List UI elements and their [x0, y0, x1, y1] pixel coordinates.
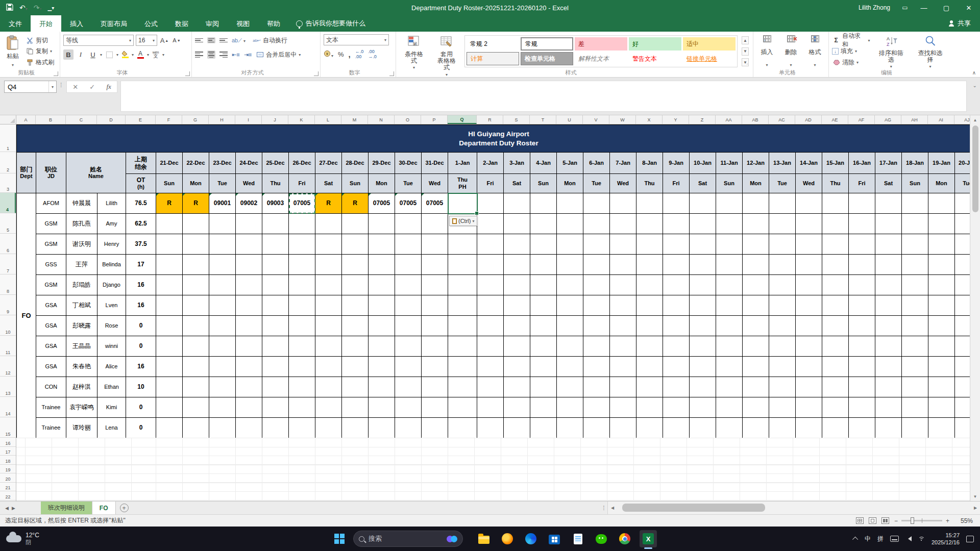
- shift-cell-Q7[interactable]: [448, 255, 477, 275]
- shift-cell-U15[interactable]: [557, 418, 583, 438]
- shift-cell-M13[interactable]: [342, 377, 369, 397]
- header-day-13-Jan[interactable]: Tue: [769, 174, 796, 193]
- shift-cell-V7[interactable]: [583, 255, 610, 275]
- shift-cell-G9[interactable]: [183, 295, 209, 316]
- zoom-slider-thumb[interactable]: [911, 517, 914, 524]
- header-date-7-Jan[interactable]: 7-Jan: [610, 153, 636, 174]
- shift-cell-N11[interactable]: [369, 336, 395, 357]
- shift-cell-J12[interactable]: [262, 357, 289, 377]
- shift-cell-G6[interactable]: [183, 234, 209, 255]
- shift-cell-AD6[interactable]: [796, 234, 822, 255]
- shift-cell-T11[interactable]: [530, 336, 557, 357]
- shift-cell-AJ13[interactable]: [955, 377, 970, 397]
- bold-button[interactable]: B: [63, 49, 74, 60]
- shift-cell-AD4[interactable]: [796, 193, 822, 214]
- name-cn-cell[interactable]: 赵梓淇: [66, 377, 97, 397]
- ribbon-tab-数据[interactable]: 数据: [166, 15, 197, 32]
- shift-cell-AD13[interactable]: [796, 377, 822, 397]
- shift-cell-O14[interactable]: [395, 397, 422, 418]
- row-header-14[interactable]: 14: [0, 397, 16, 417]
- name-cn-cell[interactable]: 彭琨皓: [66, 275, 97, 295]
- shift-cell-G10[interactable]: [183, 316, 209, 336]
- header-day-22-Dec[interactable]: Mon: [183, 174, 209, 193]
- shift-cell-H13[interactable]: [209, 377, 236, 397]
- header-day-11-Jan[interactable]: Sun: [716, 174, 743, 193]
- shift-cell-J13[interactable]: [262, 377, 289, 397]
- taskbar-clock[interactable]: 15:27 2025/12/16: [932, 532, 960, 546]
- shift-cell-Y4[interactable]: [663, 193, 690, 214]
- keyboard-icon[interactable]: [890, 536, 899, 542]
- shift-cell-J5[interactable]: [262, 214, 289, 234]
- number-dialog-launcher[interactable]: [389, 71, 394, 76]
- cell-style-适中[interactable]: 适中: [683, 37, 736, 51]
- name-en-cell[interactable]: Alice: [97, 357, 126, 377]
- cell-style-差[interactable]: 差: [575, 37, 627, 51]
- shift-cell-P4[interactable]: 07005: [422, 193, 448, 214]
- shift-cell-F4[interactable]: R: [156, 193, 183, 214]
- shift-cell-S6[interactable]: [504, 234, 530, 255]
- shift-cell-S8[interactable]: [504, 275, 530, 295]
- header-date-31-Dec[interactable]: 31-Dec: [422, 153, 448, 174]
- align-bottom-icon[interactable]: [219, 38, 228, 43]
- column-header-E[interactable]: E: [126, 115, 156, 124]
- shift-cell-AB9[interactable]: [743, 295, 769, 316]
- shift-cell-R8[interactable]: [477, 275, 504, 295]
- shift-cell-AD10[interactable]: [796, 316, 822, 336]
- shift-cell-AA13[interactable]: [716, 377, 743, 397]
- shift-cell-AB5[interactable]: [743, 214, 769, 234]
- shift-cell-I11[interactable]: [236, 336, 262, 357]
- row-header-20[interactable]: 20: [0, 473, 16, 483]
- shift-cell-P10[interactable]: [422, 316, 448, 336]
- ot-cell[interactable]: 10: [126, 377, 156, 397]
- shift-cell-Y14[interactable]: [663, 397, 690, 418]
- header-date-26-Dec[interactable]: 26-Dec: [289, 153, 315, 174]
- shift-cell-X13[interactable]: [636, 377, 663, 397]
- shift-cell-AI13[interactable]: [928, 377, 955, 397]
- column-header-W[interactable]: W: [609, 115, 636, 124]
- shift-cell-T5[interactable]: [530, 214, 557, 234]
- shift-cell-O10[interactable]: [395, 316, 422, 336]
- insert-function-icon[interactable]: fx: [106, 83, 111, 91]
- shift-cell-AJ12[interactable]: [955, 357, 970, 377]
- shift-cell-AA4[interactable]: [716, 193, 743, 214]
- shift-cell-K15[interactable]: [289, 418, 315, 438]
- cell-style-链接单元格[interactable]: 链接单元格: [683, 52, 736, 65]
- shift-cell-AD5[interactable]: [796, 214, 822, 234]
- shift-cell-J7[interactable]: [262, 255, 289, 275]
- shift-cell-AJ7[interactable]: [955, 255, 970, 275]
- shift-cell-AH12[interactable]: [902, 357, 928, 377]
- name-cn-cell[interactable]: 谢沃明: [66, 234, 97, 255]
- shift-cell-AG14[interactable]: [875, 397, 902, 418]
- header-prev-balance[interactable]: 上期结余: [126, 153, 156, 174]
- header-day-8-Jan[interactable]: Thu: [636, 174, 663, 193]
- column-header-R[interactable]: R: [477, 115, 503, 124]
- shift-cell-Y10[interactable]: [663, 316, 690, 336]
- shift-cell-O4[interactable]: 07005: [395, 193, 422, 214]
- minimize-button[interactable]: —: [913, 0, 935, 15]
- shift-cell-Y15[interactable]: [663, 418, 690, 438]
- column-header-N[interactable]: N: [368, 115, 395, 124]
- shift-cell-AG15[interactable]: [875, 418, 902, 438]
- shift-cell-T15[interactable]: [530, 418, 557, 438]
- shift-cell-P5[interactable]: [422, 214, 448, 234]
- name-en-cell[interactable]: winni: [97, 336, 126, 357]
- row-header-17[interactable]: 17: [0, 447, 16, 456]
- shift-cell-H9[interactable]: [209, 295, 236, 316]
- shift-cell-K5[interactable]: [289, 214, 315, 234]
- header-day-3-Jan[interactable]: Sat: [504, 174, 530, 193]
- header-date-27-Dec[interactable]: 27-Dec: [315, 153, 342, 174]
- shift-cell-H11[interactable]: [209, 336, 236, 357]
- shift-cell-AB10[interactable]: [743, 316, 769, 336]
- zoom-out-icon[interactable]: −: [894, 517, 898, 524]
- column-header-L[interactable]: L: [315, 115, 341, 124]
- cell-style-检查单元格[interactable]: 检查单元格: [521, 52, 573, 65]
- row-header-11[interactable]: 11: [0, 336, 16, 356]
- tab-splitter[interactable]: ⁞: [600, 502, 607, 514]
- shift-cell-H8[interactable]: [209, 275, 236, 295]
- shift-cell-AA5[interactable]: [716, 214, 743, 234]
- shift-cell-K10[interactable]: [289, 316, 315, 336]
- delete-cells-button[interactable]: ✕ 删除▾: [782, 34, 800, 68]
- shift-cell-S5[interactable]: [504, 214, 530, 234]
- notepad-icon[interactable]: [569, 530, 586, 547]
- shift-cell-AF6[interactable]: [849, 234, 875, 255]
